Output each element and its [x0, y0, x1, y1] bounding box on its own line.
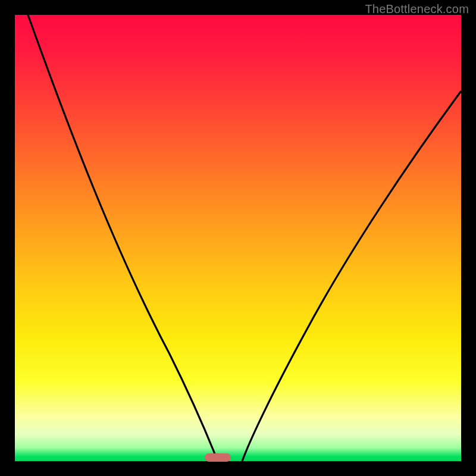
gradient-background: [15, 15, 461, 461]
bottleneck-marker: [205, 453, 231, 462]
chart-frame: TheBottleneck.com: [0, 0, 476, 476]
watermark-text: TheBottleneck.com: [365, 2, 469, 16]
